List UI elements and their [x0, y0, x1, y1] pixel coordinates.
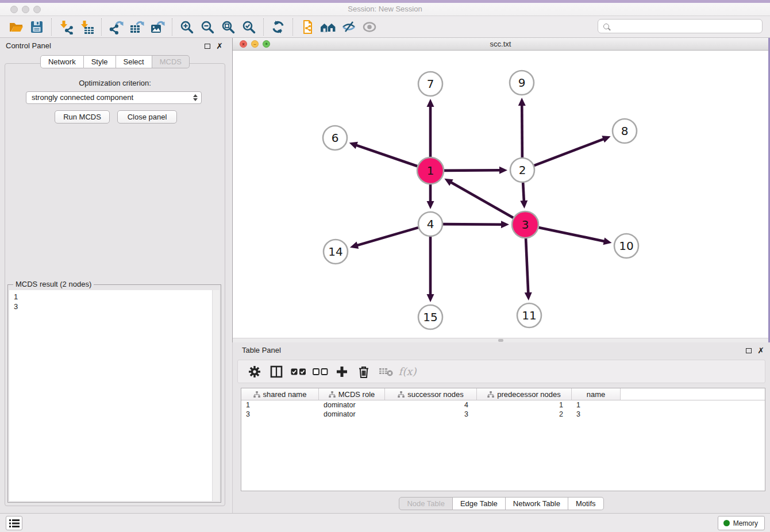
tab-mcds[interactable]: MCDS — [152, 55, 190, 68]
graph-edge-arrowhead — [525, 292, 532, 300]
table-row[interactable]: 1 dominator 4 1 1 — [241, 400, 765, 410]
cell-mcds-role[interactable]: dominator — [319, 410, 385, 419]
table-toolbar: f(x) — [237, 360, 765, 383]
export-network-icon[interactable] — [106, 17, 126, 37]
graph-edge-arrowhead — [520, 201, 528, 209]
zoom-in-icon[interactable] — [176, 17, 197, 37]
graph-edge-2-3[interactable] — [523, 183, 524, 202]
memory-button[interactable]: Memory — [718, 516, 765, 530]
graph-edge-4-3[interactable] — [443, 224, 502, 225]
network-zoom-button[interactable]: + — [263, 40, 270, 48]
network-canvas[interactable]: 7968124314101511 — [233, 51, 768, 338]
mcds-result-textarea[interactable]: 1 3 — [9, 290, 220, 501]
column-header-name[interactable]: name — [572, 388, 621, 400]
graph-edge-3-10[interactable] — [538, 228, 605, 241]
control-panel-title: Control Panel — [6, 41, 51, 50]
graph-node-label: 10 — [619, 239, 633, 253]
toggle-panel-mode-icon[interactable] — [265, 362, 287, 381]
network-window-titlebar[interactable]: x – + scc.txt — [233, 38, 768, 51]
table-panel-tabs: Node Table Edge Table Network Table Moti… — [233, 497, 770, 510]
first-neighbors-icon[interactable] — [318, 17, 338, 37]
graph-node-label: 6 — [332, 131, 339, 145]
cell-shared-name[interactable]: 1 — [241, 400, 319, 410]
export-table-icon[interactable] — [126, 17, 147, 37]
network-graph[interactable]: 7968124314101511 — [233, 51, 768, 338]
search-input[interactable] — [613, 22, 757, 30]
graph-edge-arrowhead — [518, 98, 526, 106]
save-session-icon[interactable] — [26, 17, 47, 37]
delete-columns-icon[interactable] — [353, 362, 375, 381]
refresh-icon[interactable] — [268, 17, 288, 37]
cell-predecessor-nodes[interactable]: 2 — [477, 410, 572, 419]
cell-name[interactable]: 1 — [572, 400, 621, 410]
graph-edge-2-8[interactable] — [534, 139, 605, 166]
search-box[interactable] — [598, 19, 763, 33]
tab-edge-table[interactable]: Edge Table — [453, 497, 506, 510]
network-close-button[interactable]: x — [240, 40, 247, 48]
cell-successor-nodes[interactable]: 4 — [385, 400, 477, 410]
cell-mcds-role[interactable]: dominator — [319, 400, 385, 410]
add-column-icon[interactable] — [331, 362, 353, 381]
cell-successor-nodes[interactable]: 3 — [385, 410, 477, 419]
tab-motifs[interactable]: Motifs — [568, 497, 604, 510]
control-panel: Control Panel ✗ Network Style Select MCD… — [0, 38, 230, 513]
network-minimize-button[interactable]: – — [251, 40, 259, 48]
tab-network-table[interactable]: Network Table — [506, 497, 568, 510]
select-all-columns-icon[interactable] — [287, 362, 309, 381]
hide-selected-icon[interactable] — [338, 17, 359, 37]
graph-edge-4-14[interactable] — [356, 228, 418, 245]
cell-name[interactable]: 3 — [572, 410, 621, 419]
column-header-shared-name[interactable]: shared name — [241, 388, 319, 400]
mcds-result-line: 3 — [14, 302, 215, 311]
import-table-icon[interactable] — [76, 17, 97, 37]
function-builder-icon: f(x) — [396, 362, 418, 381]
control-panel-header: Control Panel ✗ — [0, 38, 230, 54]
tab-node-table[interactable]: Node Table — [399, 497, 453, 510]
zoom-out-icon[interactable] — [197, 17, 218, 37]
import-network-icon[interactable] — [56, 17, 76, 37]
graph-edge-3-1[interactable] — [451, 182, 513, 218]
float-panel-icon[interactable] — [205, 44, 210, 49]
close-panel-icon[interactable]: ✗ — [216, 42, 223, 50]
canvas-hscrollbar-thumb[interactable] — [498, 339, 503, 342]
cell-shared-name[interactable]: 3 — [241, 410, 319, 419]
graph-edge-3-11[interactable] — [526, 238, 528, 294]
network-window-title: scc.txt — [490, 40, 511, 48]
graph-node-label: 8 — [621, 124, 629, 138]
graph-edge-1-2[interactable] — [444, 170, 500, 171]
table-panel-header: Table Panel ✗ — [233, 342, 770, 358]
export-image-icon[interactable] — [147, 17, 168, 37]
network-view-window: x – + scc.txt 7968124314101511 — [232, 38, 768, 342]
result-scrollbar[interactable] — [212, 290, 220, 501]
column-header-successor-nodes[interactable]: successor nodes — [385, 388, 477, 400]
zoom-selected-icon[interactable] — [238, 17, 259, 37]
cell-predecessor-nodes[interactable]: 1 — [477, 400, 572, 410]
graph-edge-2-9[interactable] — [522, 105, 522, 157]
canvas-hscrollbar[interactable] — [233, 338, 768, 342]
table-row[interactable]: 3 dominator 3 2 3 — [241, 410, 765, 419]
open-session-icon[interactable] — [6, 17, 26, 37]
graph-edge-arrowhead — [350, 242, 359, 249]
zoom-fit-icon[interactable] — [218, 17, 238, 37]
criterion-select[interactable]: strongly connected component — [26, 91, 202, 104]
column-header-mcds-role[interactable]: MCDS role — [319, 388, 385, 400]
graph-edge-arrowhead — [501, 221, 509, 228]
column-type-icon — [398, 391, 405, 398]
column-header-predecessor-nodes[interactable]: predecessor nodes — [477, 388, 572, 400]
tab-network[interactable]: Network — [40, 55, 84, 68]
app-titlebar[interactable]: Session: New Session — [0, 3, 770, 16]
mcds-result-line: 1 — [14, 292, 215, 302]
tab-select[interactable]: Select — [116, 55, 152, 68]
table-settings-icon[interactable] — [244, 362, 265, 381]
graph-node-label: 11 — [522, 309, 536, 322]
deselect-all-columns-icon[interactable] — [309, 362, 331, 381]
graph-edge-arrowhead — [499, 167, 507, 174]
float-table-panel-icon[interactable] — [746, 348, 752, 353]
graph-edge-1-6[interactable] — [356, 145, 417, 166]
tab-style[interactable]: Style — [84, 55, 116, 68]
close-table-panel-icon[interactable]: ✗ — [757, 346, 764, 354]
task-history-button[interactable] — [6, 516, 22, 530]
run-mcds-button[interactable]: Run MCDS — [55, 110, 110, 124]
new-network-from-selection-icon[interactable] — [297, 17, 318, 37]
close-panel-button[interactable]: Close panel — [117, 110, 177, 124]
